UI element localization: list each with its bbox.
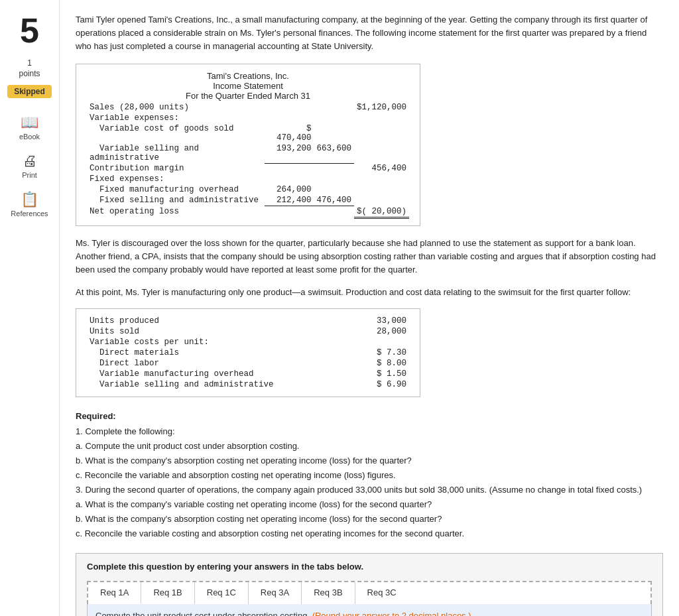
req-item-1a: a. Compute the unit product cost under a… (76, 439, 663, 454)
table-row: Contribution margin 456,400 (87, 163, 409, 174)
tab-content: Compute the unit product cost under abso… (87, 604, 652, 616)
sidebar-item-references[interactable]: 📋 References (11, 191, 48, 217)
sidebar: 5 1 points Skipped 📖 eBook 🖨 Print 📋 Ref… (0, 0, 60, 616)
req-item-3b: b. What is the company's absorption cost… (76, 512, 663, 526)
table-row: Variable manufacturing overhead $ 1.50 (87, 369, 409, 379)
table-row: Fixed selling and administrative 212,400… (87, 195, 409, 206)
table-row: Variable costs per unit: (87, 337, 409, 347)
table-row: Net operating loss $( 20,000) (87, 206, 409, 218)
tab-req3c[interactable]: Req 3C (355, 582, 408, 604)
points-label: 1 (27, 58, 32, 68)
table-row: Units produced 33,000 (87, 316, 409, 326)
table-row: Variable selling and administrative 193,… (87, 143, 409, 163)
tab-req1c[interactable]: Req 1C (195, 582, 249, 604)
tab-req3b[interactable]: Req 3B (302, 582, 355, 604)
question-number: 5 (20, 13, 39, 48)
tab-instruction-text: Compute the unit product cost under abso… (95, 611, 310, 616)
table-row: Direct materials $ 7.30 (87, 347, 409, 358)
req-item-1c: c. Reconcile the variable and absorption… (76, 468, 663, 483)
sidebar-ebook-label: eBook (19, 133, 40, 141)
table-row: Variable expenses: (87, 113, 409, 123)
table-row: Fixed expenses: (87, 174, 409, 184)
table-row: Sales (28,000 units) $1,120,000 (87, 102, 409, 113)
income-statement-title: Tami's Creations, Inc. Income Statement … (87, 71, 409, 101)
sidebar-item-ebook[interactable]: 📖 eBook (19, 114, 40, 141)
tab-req1b[interactable]: Req 1B (141, 582, 194, 604)
table-row: Direct labor $ 8.00 (87, 358, 409, 369)
points-unit: points (19, 69, 40, 78)
tab-instruction: Compute the unit product cost under abso… (95, 611, 643, 616)
required-title: Required: (76, 409, 663, 424)
table-row: Variable selling and administrative $ 6.… (87, 379, 409, 390)
income-statement-data: Sales (28,000 units) $1,120,000 Variable… (87, 102, 409, 219)
table-row: Variable cost of goods sold $ 470,400 (87, 123, 409, 143)
cost-data-table: Units produced 33,000 Units sold 28,000 … (76, 308, 420, 397)
tab-req3a[interactable]: Req 3A (249, 582, 302, 604)
tab-instruction-suffix: (Round your answer to 2 decimal places.) (312, 611, 471, 616)
req-item-3c: c. Reconcile the variable costing and ab… (76, 526, 663, 541)
req-item-3a: a. What is the company's variable costin… (76, 497, 663, 512)
description2-paragraph: At this point, Ms. Tyler is manufacturin… (76, 286, 663, 299)
intro-paragraph: Tami Tyler opened Tami's Creations, Inc.… (76, 13, 663, 53)
req-item-1: 1. Complete the following: (76, 424, 663, 439)
sidebar-item-print[interactable]: 🖨 Print (22, 153, 37, 179)
skipped-badge: Skipped (7, 85, 52, 98)
complete-box-title: Complete this question by entering your … (87, 562, 652, 572)
table-row: Fixed manufacturing overhead 264,000 (87, 184, 409, 195)
sidebar-references-label: References (11, 210, 48, 217)
income-statement-table: Tami's Creations, Inc. Income Statement … (76, 64, 420, 226)
table-row: Units sold 28,000 (87, 326, 409, 337)
tab-req1a[interactable]: Req 1A (88, 582, 141, 604)
complete-question-box: Complete this question by entering your … (76, 553, 663, 616)
main-content: Tami Tyler opened Tami's Creations, Inc.… (60, 0, 679, 616)
sidebar-print-label: Print (22, 171, 37, 179)
ebook-icon: 📖 (21, 114, 38, 131)
description-paragraph: Ms. Tyler is discouraged over the loss s… (76, 237, 663, 277)
req-item-3: 3. During the second quarter of operatio… (76, 483, 663, 497)
req-item-1b: b. What is the company's absorption cost… (76, 454, 663, 468)
required-section: Required: 1. Complete the following: a. … (76, 409, 663, 541)
print-icon: 🖨 (23, 153, 37, 170)
tabs-row: Req 1A Req 1B Req 1C Req 3A Req 3B Req 3… (87, 581, 652, 604)
references-icon: 📋 (21, 191, 38, 208)
